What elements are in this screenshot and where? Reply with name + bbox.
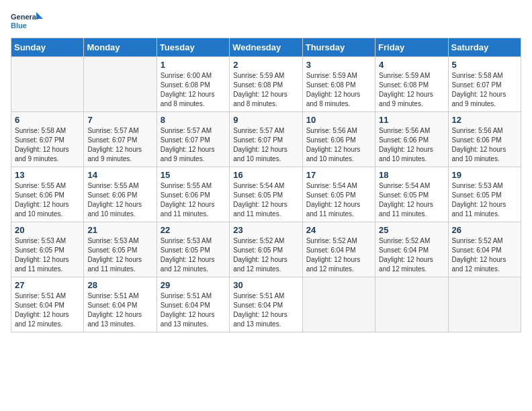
day-info: Sunrise: 5:57 AM Sunset: 6:07 PM Dayligh… [87,126,152,164]
calendar-cell: 29Sunrise: 5:51 AM Sunset: 6:04 PM Dayli… [157,277,229,332]
calendar-week-row: 1Sunrise: 6:00 AM Sunset: 6:08 PM Daylig… [11,57,521,112]
day-info: Sunrise: 5:51 AM Sunset: 6:04 PM Dayligh… [233,291,298,329]
calendar-cell: 23Sunrise: 5:52 AM Sunset: 6:05 PM Dayli… [230,222,302,277]
day-number: 21 [87,225,152,235]
calendar-cell: 11Sunrise: 5:56 AM Sunset: 6:06 PM Dayli… [375,112,448,167]
calendar-header-row: SundayMondayTuesdayWednesdayThursdayFrid… [11,38,521,57]
day-number: 23 [233,225,298,235]
calendar-cell: 16Sunrise: 5:54 AM Sunset: 6:05 PM Dayli… [230,167,302,222]
day-info: Sunrise: 5:55 AM Sunset: 6:06 PM Dayligh… [15,181,80,219]
day-info: Sunrise: 5:54 AM Sunset: 6:05 PM Dayligh… [233,181,298,219]
day-info: Sunrise: 5:56 AM Sunset: 6:06 PM Dayligh… [452,126,517,164]
calendar-cell: 18Sunrise: 5:54 AM Sunset: 6:05 PM Dayli… [375,167,448,222]
day-number: 16 [233,170,298,180]
day-info: Sunrise: 5:58 AM Sunset: 6:07 PM Dayligh… [15,126,80,164]
day-number: 25 [379,225,444,235]
day-number: 28 [87,280,152,290]
calendar-cell [448,277,521,332]
weekday-header-sunday: Sunday [11,38,84,57]
page-header: GeneralBlue [11,11,521,31]
day-info: Sunrise: 5:52 AM Sunset: 6:04 PM Dayligh… [379,236,444,274]
calendar-cell: 6Sunrise: 5:58 AM Sunset: 6:07 PM Daylig… [11,112,84,167]
calendar-cell: 25Sunrise: 5:52 AM Sunset: 6:04 PM Dayli… [375,222,448,277]
svg-text:General: General [11,13,38,21]
day-info: Sunrise: 5:53 AM Sunset: 6:05 PM Dayligh… [161,236,226,274]
day-number: 17 [306,170,371,180]
calendar-cell: 13Sunrise: 5:55 AM Sunset: 6:06 PM Dayli… [11,167,84,222]
calendar-cell [375,277,448,332]
calendar-cell: 22Sunrise: 5:53 AM Sunset: 6:05 PM Dayli… [157,222,229,277]
day-number: 30 [233,280,298,290]
calendar-cell: 21Sunrise: 5:53 AM Sunset: 6:05 PM Dayli… [84,222,157,277]
day-number: 4 [379,60,444,70]
day-number: 11 [379,115,444,125]
calendar-cell: 8Sunrise: 5:57 AM Sunset: 6:07 PM Daylig… [157,112,229,167]
day-number: 7 [87,115,152,125]
day-info: Sunrise: 5:52 AM Sunset: 6:04 PM Dayligh… [452,236,517,274]
calendar-cell: 30Sunrise: 5:51 AM Sunset: 6:04 PM Dayli… [230,277,302,332]
day-number: 29 [161,280,226,290]
calendar-cell: 1Sunrise: 6:00 AM Sunset: 6:08 PM Daylig… [157,57,229,112]
day-number: 22 [161,225,226,235]
calendar-cell: 10Sunrise: 5:56 AM Sunset: 6:06 PM Dayli… [302,112,375,167]
calendar-cell: 26Sunrise: 5:52 AM Sunset: 6:04 PM Dayli… [448,222,521,277]
day-number: 9 [233,115,298,125]
weekday-header-monday: Monday [84,38,157,57]
weekday-header-thursday: Thursday [302,38,375,57]
calendar-cell: 15Sunrise: 5:55 AM Sunset: 6:06 PM Dayli… [157,167,229,222]
day-info: Sunrise: 5:52 AM Sunset: 6:04 PM Dayligh… [306,236,371,274]
day-info: Sunrise: 6:00 AM Sunset: 6:08 PM Dayligh… [161,71,226,109]
day-number: 1 [161,60,226,70]
day-number: 10 [306,115,371,125]
calendar-week-row: 20Sunrise: 5:53 AM Sunset: 6:05 PM Dayli… [11,222,521,277]
calendar-cell: 12Sunrise: 5:56 AM Sunset: 6:06 PM Dayli… [448,112,521,167]
calendar-cell [302,277,375,332]
day-number: 3 [306,60,371,70]
day-number: 6 [15,115,80,125]
day-number: 2 [233,60,298,70]
day-info: Sunrise: 5:53 AM Sunset: 6:05 PM Dayligh… [87,236,152,274]
day-info: Sunrise: 5:51 AM Sunset: 6:04 PM Dayligh… [161,291,226,329]
day-info: Sunrise: 5:54 AM Sunset: 6:05 PM Dayligh… [306,181,371,219]
day-number: 14 [87,170,152,180]
calendar-table: SundayMondayTuesdayWednesdayThursdayFrid… [11,38,521,332]
logo: GeneralBlue [11,11,44,31]
calendar-cell [11,57,84,112]
day-info: Sunrise: 5:56 AM Sunset: 6:06 PM Dayligh… [306,126,371,164]
day-number: 20 [15,225,80,235]
day-info: Sunrise: 5:57 AM Sunset: 6:07 PM Dayligh… [233,126,298,164]
calendar-cell: 24Sunrise: 5:52 AM Sunset: 6:04 PM Dayli… [302,222,375,277]
day-number: 8 [161,115,226,125]
day-number: 12 [452,115,517,125]
day-info: Sunrise: 5:53 AM Sunset: 6:05 PM Dayligh… [452,181,517,219]
calendar-cell: 27Sunrise: 5:51 AM Sunset: 6:04 PM Dayli… [11,277,84,332]
weekday-header-saturday: Saturday [448,38,521,57]
calendar-cell: 7Sunrise: 5:57 AM Sunset: 6:07 PM Daylig… [84,112,157,167]
calendar-week-row: 13Sunrise: 5:55 AM Sunset: 6:06 PM Dayli… [11,167,521,222]
day-info: Sunrise: 5:59 AM Sunset: 6:08 PM Dayligh… [306,71,371,109]
calendar-cell: 19Sunrise: 5:53 AM Sunset: 6:05 PM Dayli… [448,167,521,222]
calendar-cell: 28Sunrise: 5:51 AM Sunset: 6:04 PM Dayli… [84,277,157,332]
day-number: 26 [452,225,517,235]
day-number: 5 [452,60,517,70]
day-info: Sunrise: 5:59 AM Sunset: 6:08 PM Dayligh… [379,71,444,109]
day-info: Sunrise: 5:51 AM Sunset: 6:04 PM Dayligh… [15,291,80,329]
calendar-cell: 17Sunrise: 5:54 AM Sunset: 6:05 PM Dayli… [302,167,375,222]
day-info: Sunrise: 5:56 AM Sunset: 6:06 PM Dayligh… [379,126,444,164]
day-info: Sunrise: 5:55 AM Sunset: 6:06 PM Dayligh… [161,181,226,219]
day-info: Sunrise: 5:52 AM Sunset: 6:05 PM Dayligh… [233,236,298,274]
calendar-week-row: 27Sunrise: 5:51 AM Sunset: 6:04 PM Dayli… [11,277,521,332]
day-info: Sunrise: 5:53 AM Sunset: 6:05 PM Dayligh… [15,236,80,274]
calendar-cell: 14Sunrise: 5:55 AM Sunset: 6:06 PM Dayli… [84,167,157,222]
svg-marker-2 [36,12,43,19]
calendar-cell [84,57,157,112]
weekday-header-wednesday: Wednesday [230,38,302,57]
day-info: Sunrise: 5:51 AM Sunset: 6:04 PM Dayligh… [87,291,152,329]
day-number: 15 [161,170,226,180]
calendar-cell: 4Sunrise: 5:59 AM Sunset: 6:08 PM Daylig… [375,57,448,112]
day-number: 27 [15,280,80,290]
day-number: 19 [452,170,517,180]
calendar-cell: 3Sunrise: 5:59 AM Sunset: 6:08 PM Daylig… [302,57,375,112]
day-number: 24 [306,225,371,235]
calendar-cell: 2Sunrise: 5:59 AM Sunset: 6:08 PM Daylig… [230,57,302,112]
